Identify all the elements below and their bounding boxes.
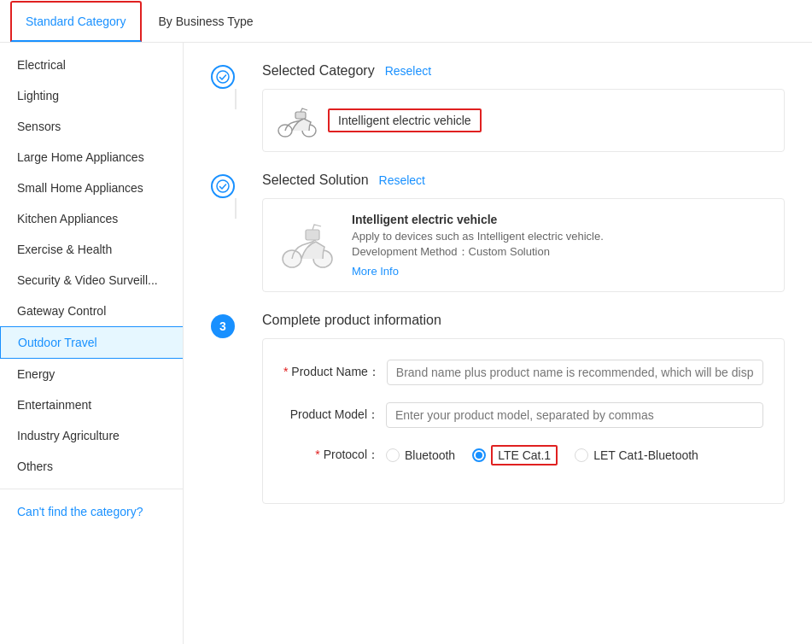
- step1-title: Selected Category: [262, 63, 375, 79]
- sidebar-item-small-home[interactable]: Small Home Appliances: [0, 173, 183, 203]
- main-content: Selected Category Reselect: [184, 43, 812, 644]
- step2-solution-image: [277, 213, 338, 274]
- svg-point-0: [217, 71, 229, 83]
- protocol-lte-cat1-radio[interactable]: [472, 448, 486, 462]
- sidebar-item-exercise[interactable]: Exercise & Health: [0, 234, 183, 265]
- step3-form-box: * Product Name： Product Model： * Protoco…: [262, 338, 785, 504]
- step2-title: Selected Solution: [262, 173, 369, 188]
- tab-by-business-type[interactable]: By Business Type: [145, 3, 267, 40]
- sidebar-item-cant-find[interactable]: Can't find the category?: [0, 496, 183, 527]
- step2-reselect-button[interactable]: Reselect: [379, 173, 425, 187]
- step1-vehicle-image: [277, 100, 318, 141]
- step1-check-icon: [211, 65, 235, 89]
- step2-solution-desc: Apply to devices such as Intelligent ele…: [352, 230, 770, 243]
- sidebar-item-industry[interactable]: Industry Agriculture: [0, 420, 183, 451]
- svg-rect-3: [295, 112, 306, 119]
- product-model-row: Product Model：: [283, 402, 763, 428]
- protocol-label: * Protocol：: [283, 448, 386, 463]
- sidebar-item-others[interactable]: Others: [0, 451, 183, 482]
- protocol-lte-cat1-label: LTE Cat.1: [491, 445, 558, 465]
- category-sidebar: Electrical Lighting Sensors Large Home A…: [0, 43, 184, 644]
- sidebar-item-kitchen[interactable]: Kitchen Appliances: [0, 203, 183, 234]
- product-model-label: Product Model：: [283, 407, 386, 423]
- sidebar-item-lighting[interactable]: Lighting: [0, 80, 183, 111]
- protocol-bluetooth-label: Bluetooth: [405, 448, 455, 462]
- step3-section: 3 Complete product information * Product…: [211, 313, 785, 504]
- step2-solution-info: Intelligent electric vehicle Apply to de…: [352, 213, 770, 278]
- step2-solution-method: Development Method：Custom Solution: [352, 244, 770, 260]
- step1-content: Selected Category Reselect: [262, 63, 785, 152]
- protocol-options: Bluetooth LTE Cat.1 LET Cat1-Bluetooth: [386, 445, 698, 465]
- protocol-lte-cat1-bt-label: LET Cat1-Bluetooth: [593, 448, 698, 462]
- top-tabs-bar: Standard Category By Business Type: [0, 0, 812, 43]
- step3-number-icon: 3: [211, 314, 235, 338]
- sidebar-item-gateway[interactable]: Gateway Control: [0, 296, 183, 326]
- sidebar-item-entertainment[interactable]: Entertainment: [0, 389, 183, 420]
- step2-solution-box: Intelligent electric vehicle Apply to de…: [262, 198, 785, 292]
- step1-category-label: Intelligent electric vehicle: [328, 108, 482, 132]
- svg-point-1: [278, 125, 292, 137]
- protocol-bluetooth-option[interactable]: Bluetooth: [386, 448, 455, 462]
- protocol-bluetooth-radio[interactable]: [386, 448, 400, 462]
- product-name-input[interactable]: [387, 360, 763, 385]
- product-name-row: * Product Name：: [283, 360, 763, 385]
- step2-more-info-link[interactable]: More Info: [352, 265, 770, 278]
- step1-reselect-button[interactable]: Reselect: [385, 64, 431, 78]
- sidebar-item-outdoor[interactable]: Outdoor Travel: [0, 326, 183, 359]
- sidebar-item-large-home[interactable]: Large Home Appliances: [0, 142, 183, 173]
- svg-rect-7: [306, 230, 319, 240]
- sidebar-item-electrical[interactable]: Electrical: [0, 50, 183, 80]
- protocol-lte-cat1-bt-radio[interactable]: [575, 448, 588, 462]
- step2-section: Selected Solution Reselect: [211, 173, 785, 292]
- product-model-input[interactable]: [386, 402, 763, 428]
- protocol-lte-cat1-bt-option[interactable]: LET Cat1-Bluetooth: [575, 448, 698, 462]
- step2-content: Selected Solution Reselect: [262, 173, 785, 292]
- protocol-row: * Protocol： Bluetooth LTE Cat.1: [283, 445, 763, 465]
- step3-content: Complete product information * Product N…: [262, 313, 785, 504]
- tab-standard-category[interactable]: Standard Category: [10, 1, 142, 42]
- protocol-lte-cat1-option[interactable]: LTE Cat.1: [472, 445, 558, 465]
- step2-check-icon: [211, 174, 235, 198]
- sidebar-item-energy[interactable]: Energy: [0, 359, 183, 389]
- svg-point-4: [217, 180, 229, 192]
- step3-title: Complete product information: [262, 313, 441, 328]
- sidebar-item-security[interactable]: Security & Video Surveill...: [0, 265, 183, 296]
- sidebar-item-sensors[interactable]: Sensors: [0, 111, 183, 142]
- product-name-label: * Product Name：: [283, 365, 387, 380]
- step1-category-box: Intelligent electric vehicle: [262, 89, 785, 152]
- step2-solution-name: Intelligent electric vehicle: [352, 213, 770, 226]
- step1-section: Selected Category Reselect: [211, 63, 785, 152]
